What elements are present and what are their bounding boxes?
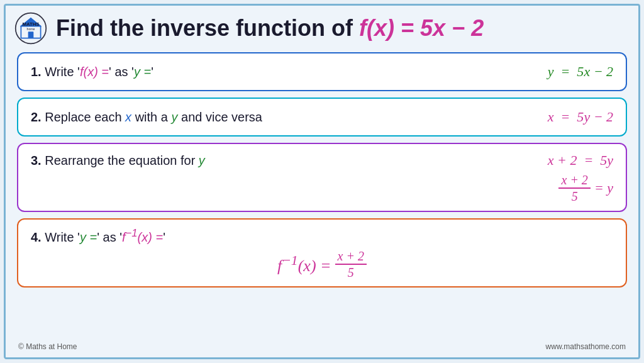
step1-row: 1. Write 'f(x) =' as 'y =' y = 5x − 2 — [31, 64, 613, 80]
step4-numerator: x + 2 — [335, 250, 367, 265]
step4-text: 4. Write 'y =' as 'f−1(x) =' — [31, 227, 613, 245]
svg-rect-3 — [28, 31, 34, 38]
step2-row: 2. Replace each x with a y and vice vers… — [31, 109, 613, 125]
footer-left: © Maths at Home — [18, 342, 77, 351]
step3-math-line1: x + 2 = 5y — [535, 152, 613, 169]
step1-text: 1. Write 'f(x) =' as 'y =' — [31, 65, 535, 79]
step2-box: 2. Replace each x with a y and vice vers… — [17, 98, 627, 137]
footer-right: www.mathsathome.com — [546, 342, 626, 351]
step4-func-label: f−1(x) = — [277, 253, 331, 276]
step3-math-line2-container: x + 2 5 = y — [31, 174, 613, 203]
step4-math-container: f−1(x) = x + 2 5 — [31, 250, 613, 279]
step1-box: 1. Write 'f(x) =' as 'y =' y = 5x − 2 — [17, 52, 627, 91]
step4-math: f−1(x) = x + 2 5 — [277, 250, 367, 279]
header: MATHS home Find the inverse function of … — [6, 6, 638, 48]
step3-fraction: x + 2 5 — [558, 174, 590, 203]
page-container: MATHS home Find the inverse function of … — [4, 4, 640, 359]
title-prefix: Find the inverse function of — [56, 15, 359, 41]
step3-math-line2: x + 2 5 = y — [558, 174, 613, 203]
step3-numerator: x + 2 — [558, 174, 590, 189]
step3-top-row: 3. Rearrange the equation for y x + 2 = … — [31, 152, 613, 169]
step4-denominator: 5 — [345, 265, 357, 279]
logo: MATHS home — [14, 12, 47, 45]
step3-denominator: 5 — [569, 189, 580, 203]
svg-text:MATHS: MATHS — [22, 21, 39, 27]
step2-math: x = 5y − 2 — [535, 109, 613, 125]
step4-box: 4. Write 'y =' as 'f−1(x) =' f−1(x) = x … — [17, 218, 627, 288]
footer: © Maths at Home www.mathsathome.com — [18, 342, 626, 351]
step4-top-row: 4. Write 'y =' as 'f−1(x) =' — [31, 227, 613, 245]
step2-text: 2. Replace each x with a y and vice vers… — [31, 110, 535, 125]
page-title: Find the inverse function of f(x) = 5x −… — [56, 16, 484, 41]
step3-equals-y: = y — [594, 180, 613, 196]
title-function: f(x) = 5x − 2 — [359, 15, 484, 41]
step1-math: y = 5x − 2 — [535, 64, 613, 80]
step3-text: 3. Rearrange the equation for y — [31, 154, 535, 168]
step3-box: 3. Rearrange the equation for y x + 2 = … — [17, 143, 627, 212]
steps-container: 1. Write 'f(x) =' as 'y =' y = 5x − 2 2.… — [6, 48, 638, 290]
step4-fraction: x + 2 5 — [335, 250, 367, 279]
svg-text:home: home — [27, 27, 35, 31]
